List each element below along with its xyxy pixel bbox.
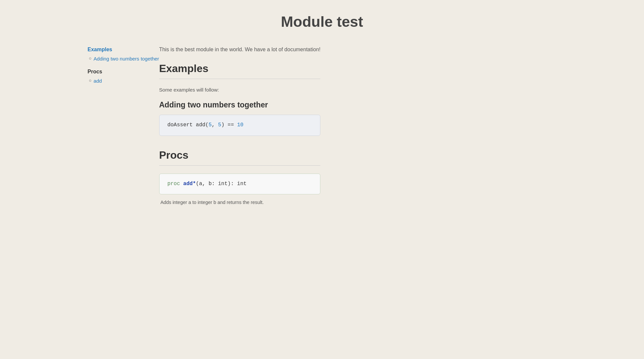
proc-name: add* (183, 181, 196, 187)
sidebar-examples-section: Examples ○ Adding two numbers together (88, 47, 159, 62)
procs-heading: Procs (159, 149, 321, 161)
proc-description: Adds integer a to integer b and returns … (159, 200, 321, 205)
sidebar-item-add[interactable]: ○ add (88, 77, 159, 84)
examples-divider (159, 79, 321, 79)
sidebar-procs-section: Procs ○ add (88, 69, 159, 84)
sidebar-bullet-2: ○ (89, 78, 91, 83)
example-adding-heading: Adding two numbers together (159, 100, 321, 109)
code-result: 10 (237, 122, 243, 128)
code-num2: 5 (218, 122, 221, 128)
code-comma: , (212, 122, 218, 128)
examples-heading: Examples (159, 62, 321, 75)
proc-keyword: proc (167, 181, 180, 187)
sidebar: Examples ○ Adding two numbers together P… (88, 47, 159, 205)
examples-sub-text: Some examples will follow: (159, 87, 321, 93)
intro-text: This is the best module in the world. We… (159, 47, 321, 53)
sidebar-link-adding-two-numbers[interactable]: Adding two numbers together (93, 55, 159, 62)
proc-signature: (a, b: int): int (196, 181, 247, 187)
proc-code-block: proc add*(a, b: int): int (159, 174, 321, 195)
procs-section: Procs proc add*(a, b: int): int Adds int… (159, 149, 321, 205)
examples-section: Examples Some examples will follow: Addi… (159, 62, 321, 136)
code-num1: 5 (208, 122, 212, 128)
code-close: ) == (221, 122, 237, 128)
procs-divider (159, 165, 321, 166)
sidebar-link-add[interactable]: add (93, 77, 102, 84)
page-title: Module test (0, 13, 644, 30)
sidebar-examples-label: Examples (88, 47, 159, 53)
page-header: Module test (0, 0, 644, 47)
example-code-block: doAssert add(5, 5) == 10 (159, 115, 321, 136)
sidebar-procs-label: Procs (88, 69, 159, 75)
sidebar-bullet-1: ○ (89, 56, 91, 61)
code-plain-1: doAssert add( (167, 122, 209, 128)
main-content: This is the best module in the world. We… (159, 47, 321, 205)
sidebar-item-adding-two-numbers[interactable]: ○ Adding two numbers together (88, 55, 159, 62)
